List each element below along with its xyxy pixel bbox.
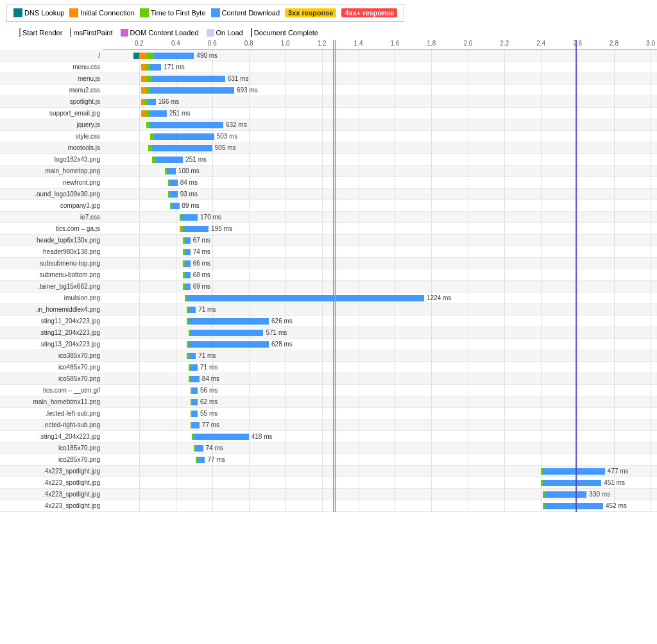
table-row: newfront.png84 ms (0, 177, 657, 189)
bar-segment (191, 330, 264, 336)
row-label: style.css (0, 133, 103, 140)
bar-segment (172, 203, 179, 209)
axis-tick: 1.8 (427, 40, 436, 47)
table-row: heade_top6x130x.png67 ms (0, 235, 657, 246)
row-chart-cell: 67 ms (103, 235, 657, 246)
row-chart-cell: 100 ms (103, 165, 657, 177)
table-row: jquery.js632 ms (0, 119, 657, 131)
table-row: .tainer_bg15x662.png69 ms (0, 281, 657, 292)
table-row: .4x223_spotlight.jpg451 ms (0, 477, 657, 489)
row-chart-cell: 626 ms (103, 316, 657, 327)
bar-segment (185, 260, 191, 267)
table-row: .sting11_204x223.jpg626 ms (0, 316, 657, 327)
ms-label: 71 ms (198, 352, 216, 359)
row-label: submenu-bottom.png (0, 271, 103, 278)
bar-segment (191, 364, 198, 371)
table-row: .4x223_spotlight.jpg477 ms (0, 466, 657, 477)
table-row: ie7.css170 ms (0, 212, 657, 223)
row-chart-cell: 452 ms (103, 500, 657, 512)
bar-segment (167, 168, 176, 174)
bar-segment (189, 318, 269, 325)
row-chart-cell: 195 ms (103, 223, 657, 235)
row-label: .4x223_spotlight.jpg (0, 502, 103, 509)
download-label: Content Download (222, 9, 280, 17)
bar-segment (139, 53, 146, 59)
ms-label: 170 ms (200, 214, 221, 221)
row-chart-cell: 251 ms (103, 108, 657, 119)
onload-label: On Load (216, 29, 243, 37)
bar-segment (196, 445, 203, 452)
row-chart-cell: 66 ms (103, 258, 657, 269)
bar-segment (152, 145, 212, 151)
bar-segment (170, 180, 177, 186)
table-row: main_homebtmx11.png62 ms (0, 396, 657, 408)
bar-segment (185, 237, 191, 244)
bar-segment (141, 110, 147, 117)
row-chart-cell: 628 ms (103, 339, 657, 350)
row-chart-cell: 84 ms (103, 177, 657, 189)
row-chart-cell: 251 ms (103, 154, 657, 165)
row-chart-cell: 503 ms (103, 131, 657, 142)
bar-segment (545, 491, 586, 498)
row-chart-cell: 77 ms (103, 419, 657, 431)
row-label: newfront.png (0, 179, 103, 186)
row-label: heade_top6x130x.png (0, 237, 103, 244)
legend-4xx: 4xx+ response (341, 8, 397, 17)
row-label: jquery.js (0, 121, 103, 128)
row-label: .sting13_204x223.jpg (0, 341, 103, 348)
bar-segment (191, 376, 200, 382)
table-row: menu.css171 ms (0, 62, 657, 73)
legend-area: DNS Lookup Initial Connection Time to Fi… (6, 4, 404, 22)
ms-label: 171 ms (164, 64, 185, 71)
connect-label: Initial Connection (80, 9, 134, 17)
page-container: DNS Lookup Initial Connection Time to Fi… (0, 0, 657, 512)
row-label: .ound_logo109x30.png (0, 191, 103, 198)
bar-segment (192, 422, 199, 428)
axis-tick: 3.0 (646, 40, 655, 47)
ms-label: 74 ms (193, 248, 210, 255)
bar-segment (141, 64, 147, 71)
table-row: support_email.jpg251 ms (0, 108, 657, 119)
table-row: spotlight.js166 ms (0, 96, 657, 108)
row-chart-cell: 84 ms (103, 373, 657, 385)
row-chart-cell: 74 ms (103, 246, 657, 258)
bar-segment (156, 157, 183, 163)
row-label: menu.js (0, 75, 103, 82)
ms-label: 166 ms (158, 98, 180, 105)
table-row: submenu-bottom.png68 ms (0, 269, 657, 281)
marker-msfirstpaint: msFirstPaint (70, 28, 112, 37)
row-chart-cell: 62 ms (103, 396, 657, 408)
table-row: .ected-right-sub.png77 ms (0, 419, 657, 431)
row-chart-cell: 1224 ms (103, 292, 657, 304)
table-row: .ound_logo109x30.png93 ms (0, 189, 657, 200)
row-chart-cell: 418 ms (103, 431, 657, 443)
axis-tick: 2.0 (463, 40, 472, 47)
row-chart-cell: 693 ms (103, 85, 657, 96)
bar-segment (194, 434, 248, 440)
rows-container: /490 msmenu.css171 msmenu.js631 msmenu2.… (0, 50, 657, 512)
row-chart-cell: 505 ms (103, 142, 657, 154)
ms-label: 503 ms (217, 133, 238, 140)
row-label: main_homebtmx11.png (0, 398, 103, 405)
row-chart-cell: 74 ms (103, 443, 657, 454)
row-label: mootools.js (0, 144, 103, 151)
legend-3xx: 3xx response (285, 8, 336, 17)
bar-segment (146, 53, 153, 59)
legend-dns: DNS Lookup (13, 8, 64, 17)
row-chart-cell: 68 ms (103, 269, 657, 281)
ms-label: 195 ms (211, 225, 232, 232)
bar-segment (150, 122, 223, 128)
row-label: tics.com – ga.js (0, 225, 103, 232)
table-row: company3.jpg89 ms (0, 200, 657, 212)
onload-box-icon (207, 29, 214, 37)
bar-segment (192, 399, 198, 405)
table-row: menu2.css693 ms (0, 85, 657, 96)
table-row: tics.com – __utm.gif56 ms (0, 385, 657, 396)
bar-segment (181, 214, 198, 221)
table-row: logo182x43.png251 ms (0, 154, 657, 165)
row-chart-cell: 632 ms (103, 119, 657, 131)
table-row: header980x138.png74 ms (0, 246, 657, 258)
ms-label: 62 ms (200, 398, 218, 405)
table-row: ico385x70.png71 ms (0, 350, 657, 362)
ms-label: 418 ms (252, 433, 273, 440)
